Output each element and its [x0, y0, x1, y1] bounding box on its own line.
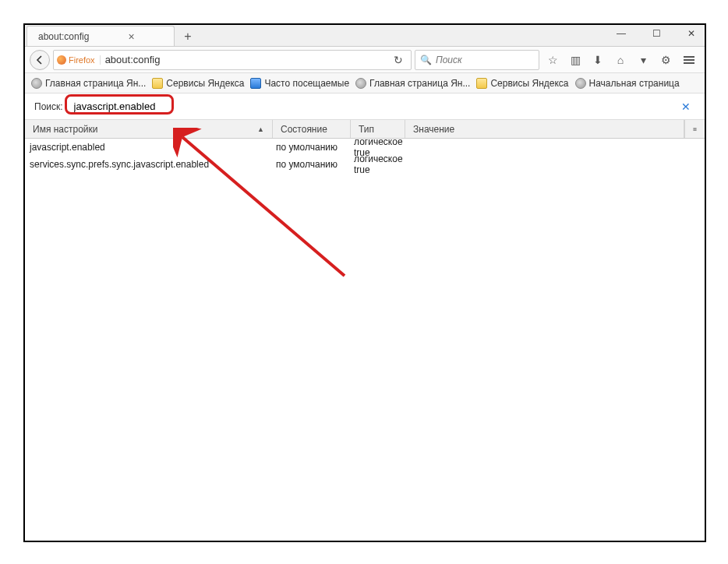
column-picker-button[interactable]: [684, 120, 705, 138]
folder-icon: [476, 78, 487, 89]
bookmark-item[interactable]: Сервисы Яндекса: [476, 78, 568, 89]
pref-filter-row: Поиск: ✕: [25, 93, 705, 120]
globe-icon: [355, 78, 366, 89]
gear-icon[interactable]: ⚙: [659, 54, 673, 66]
back-button[interactable]: [30, 50, 50, 70]
menu-button[interactable]: [681, 54, 697, 66]
url-input[interactable]: [105, 54, 384, 65]
toolbar-icons: ☆ ▥ ⬇ ⌂ ▾ ⚙: [542, 54, 700, 66]
pref-state: по умолчанию: [273, 159, 351, 170]
tab-about-config[interactable]: about:config ×: [27, 26, 175, 46]
bookmark-label: Главная страница Ян...: [369, 78, 470, 89]
bookmark-star-icon[interactable]: ☆: [546, 54, 560, 66]
folder-icon: [152, 78, 163, 89]
search-icon: 🔍: [420, 55, 432, 65]
maximize-button[interactable]: ☐: [648, 26, 666, 41]
col-name[interactable]: Имя настройки ▲: [25, 120, 273, 138]
bookmark-label: Часто посещаемые: [264, 78, 349, 89]
column-headers: Имя настройки ▲ Состояние Тип Значение: [25, 120, 705, 139]
column-picker-icon: [693, 125, 697, 134]
sort-asc-icon: ▲: [257, 125, 264, 133]
nav-bar: Firefox ↻ 🔍 ☆ ▥ ⬇ ⌂ ▾ ⚙: [25, 47, 705, 73]
search-box[interactable]: 🔍: [415, 50, 539, 70]
col-name-label: Имя настройки: [33, 124, 98, 135]
pref-filter-input[interactable]: [69, 97, 677, 115]
pref-row[interactable]: services.sync.prefs.sync.javascript.enab…: [25, 156, 705, 173]
bookmark-item[interactable]: Главная страница Ян...: [355, 78, 470, 89]
globe-icon: [31, 78, 42, 89]
filter-label: Поиск:: [34, 101, 63, 112]
bookmark-label: Сервисы Яндекса: [490, 78, 568, 89]
svg-rect-2: [693, 129, 696, 130]
pref-state: по умолчанию: [273, 142, 351, 153]
url-bar[interactable]: Firefox ↻: [53, 50, 412, 70]
home-icon[interactable]: ⌂: [613, 54, 627, 66]
pref-name: services.sync.prefs.sync.javascript.enab…: [25, 159, 273, 170]
minimize-button[interactable]: —: [612, 26, 631, 41]
firefox-badge: Firefox: [57, 55, 101, 65]
filter-input-wrap: ✕: [69, 97, 695, 115]
window-controls: — ☐ ✕: [612, 26, 700, 41]
downloads-icon[interactable]: ⬇: [591, 54, 605, 66]
bookmark-item[interactable]: Сервисы Яндекса: [152, 78, 244, 89]
pref-rows: javascript.enabled по умолчанию логическ…: [25, 139, 705, 541]
tab-title: about:config: [38, 31, 89, 42]
search-input[interactable]: [436, 55, 553, 65]
reload-button[interactable]: ↻: [389, 54, 408, 66]
bookmarks-bar: Главная страница Ян... Сервисы Яндекса Ч…: [25, 73, 705, 93]
close-window-button[interactable]: ✕: [683, 26, 700, 41]
sidebar-icon[interactable]: ▥: [568, 54, 582, 66]
history-icon: [250, 78, 261, 89]
new-tab-button[interactable]: +: [178, 27, 198, 46]
close-tab-icon[interactable]: ×: [128, 31, 134, 42]
bookmark-label: Сервисы Яндекса: [166, 78, 244, 89]
globe-icon: [575, 78, 586, 89]
pref-type: логическое true: [351, 153, 405, 175]
bookmark-item[interactable]: Часто посещаемые: [250, 78, 349, 89]
col-state[interactable]: Состояние: [273, 120, 351, 138]
pocket-icon[interactable]: ▾: [636, 54, 650, 66]
arrow-left-icon: [35, 55, 44, 65]
col-type[interactable]: Тип: [351, 120, 405, 138]
clear-filter-icon[interactable]: ✕: [677, 100, 695, 113]
svg-rect-0: [693, 128, 696, 129]
bookmark-label: Начальная страница: [589, 78, 680, 89]
col-value[interactable]: Значение: [405, 120, 684, 138]
browser-window: about:config × + — ☐ ✕ Firefox ↻ 🔍 ☆ ▥ ⬇…: [23, 23, 706, 542]
svg-rect-1: [693, 129, 696, 129]
bookmark-item[interactable]: Главная страница Ян...: [31, 78, 146, 89]
tab-strip: about:config × + — ☐ ✕: [25, 25, 705, 47]
bookmark-label: Главная страница Ян...: [45, 78, 146, 89]
bookmark-item[interactable]: Начальная страница: [575, 78, 680, 89]
pref-name: javascript.enabled: [25, 142, 273, 153]
